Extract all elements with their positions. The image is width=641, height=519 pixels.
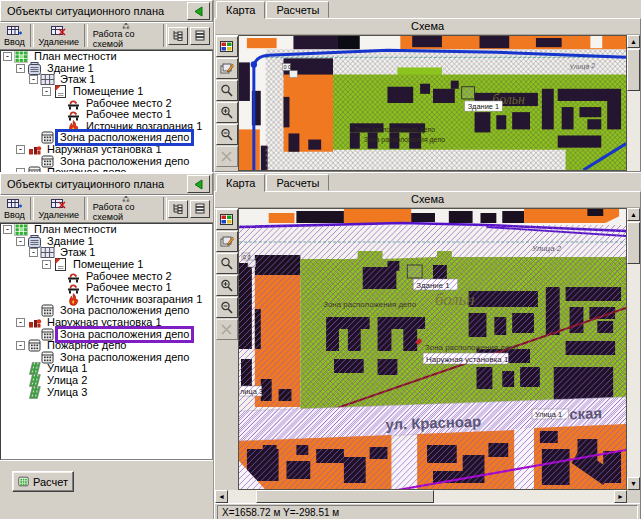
tree-view-button[interactable] xyxy=(168,200,188,218)
tab-calc[interactable]: Расчеты xyxy=(266,1,329,18)
tree-item-label: Источник возгарания 1 xyxy=(84,294,204,305)
tree-view-button[interactable] xyxy=(168,27,188,45)
zoom-out-button[interactable] xyxy=(216,297,238,318)
tree-item[interactable]: Зона расположения депо xyxy=(1,305,212,317)
green-arrow-left-icon xyxy=(192,6,205,17)
map-panel-bottom: Карта Расчеты Схема xyxy=(214,172,641,519)
tree-item[interactable]: -Здание 1 xyxy=(1,236,212,248)
expander-minus-icon[interactable]: - xyxy=(16,318,25,327)
list-view-button[interactable] xyxy=(190,200,210,218)
object-tree-top[interactable]: -План местности-Здание 1-Этаж 1-Помещени… xyxy=(0,50,213,175)
tree-item-label: Здание 1 xyxy=(45,63,96,74)
tree-item[interactable]: Зона расположения депо xyxy=(1,155,212,167)
tree-item-label: Рабочее место 1 xyxy=(84,109,174,120)
tree-item[interactable]: Зона расположения депо xyxy=(1,352,212,364)
tree-item[interactable]: -Здание 1 xyxy=(1,63,212,75)
tree-item[interactable]: -Пожарное депо xyxy=(1,340,212,352)
tree-item[interactable]: Улица 1 xyxy=(1,363,212,375)
tree-item[interactable]: Источник возгарания 1 xyxy=(1,121,212,133)
scroll-right-icon[interactable]: ► xyxy=(614,490,627,503)
edit-layers-icon xyxy=(220,235,234,248)
tree-item-label: Наружная установка 1 xyxy=(45,317,164,328)
expander-minus-icon[interactable]: - xyxy=(42,87,51,96)
zoom-select-button[interactable] xyxy=(216,80,238,101)
edit-map-button[interactable] xyxy=(216,58,238,79)
street-icon xyxy=(27,386,42,399)
tree-item[interactable]: -Помещение 1 xyxy=(1,259,212,271)
zoom-in-button[interactable] xyxy=(216,102,238,123)
calc-button[interactable]: Расчет xyxy=(12,471,74,492)
tree-item[interactable]: -План местности xyxy=(1,51,212,63)
zoom-out-icon xyxy=(220,301,233,314)
tree-item[interactable]: Улица 2 xyxy=(1,375,212,387)
scheme-work-button[interactable]: Работа со схемой xyxy=(89,22,162,49)
collapse-panel-button[interactable] xyxy=(187,175,210,193)
tree-item[interactable]: Улица 3 xyxy=(1,386,212,398)
tree-item[interactable]: -План местности xyxy=(1,224,212,236)
tree-item[interactable]: Рабочее место 2 xyxy=(1,270,212,282)
tree-item[interactable]: Рабочее место 2 xyxy=(1,97,212,109)
tree-item[interactable]: -Наружная установка 1 xyxy=(1,144,212,156)
scroll-thumb[interactable] xyxy=(627,222,640,264)
tree-item-label: Зона расположения депо xyxy=(58,329,191,340)
input-button[interactable]: Ввод xyxy=(0,22,29,49)
scroll-down-icon[interactable]: ▼ xyxy=(627,477,640,490)
tree-item[interactable]: Рабочее место 1 xyxy=(1,282,212,294)
expander-minus-icon[interactable]: - xyxy=(29,75,38,84)
scroll-thumb[interactable] xyxy=(627,49,640,91)
tab-map[interactable]: Карта xyxy=(216,174,265,192)
tree-item-label: План местности xyxy=(32,224,119,235)
tab-calc[interactable]: Расчеты xyxy=(266,174,329,191)
expander-minus-icon[interactable]: - xyxy=(16,145,25,154)
situational-map: 0 0 Улица 2 больн Здание 1 Зона располож… xyxy=(239,36,626,170)
tree-item-label: Улица 3 xyxy=(45,387,89,398)
zoom-in-button[interactable] xyxy=(216,275,238,296)
scroll-thumb[interactable] xyxy=(256,490,434,503)
zoom-out-button[interactable] xyxy=(216,124,238,145)
tree-item[interactable]: -Наружная установка 1 xyxy=(1,317,212,329)
legend-button[interactable] xyxy=(216,36,238,57)
tab-bar: Карта Расчеты xyxy=(214,173,641,191)
expander-minus-icon[interactable]: - xyxy=(16,237,25,246)
toolbar-separator xyxy=(163,24,167,47)
expander-minus-icon[interactable]: - xyxy=(42,260,51,269)
tab-map[interactable]: Карта xyxy=(216,1,265,19)
vertical-scrollbar[interactable]: ▲ xyxy=(627,35,640,171)
zoom-select-button[interactable] xyxy=(216,253,238,274)
tree-item-label: План местности xyxy=(32,51,119,62)
edit-map-button[interactable] xyxy=(216,231,238,252)
remove-button[interactable]: Удаление xyxy=(35,195,84,222)
expander-minus-icon[interactable]: - xyxy=(3,52,12,61)
horizontal-scrollbar[interactable]: ◄ ► xyxy=(215,490,640,503)
tree-item[interactable]: -Этаж 1 xyxy=(1,74,212,86)
scroll-up-icon[interactable]: ▲ xyxy=(627,35,640,48)
expander-minus-icon[interactable]: - xyxy=(29,248,38,257)
tree-item[interactable]: -Этаж 1 xyxy=(1,247,212,259)
expander-minus-icon[interactable]: - xyxy=(16,341,25,350)
tree-item-label: Наружная установка 1 xyxy=(45,144,164,155)
scroll-track[interactable] xyxy=(228,490,614,503)
map-canvas-top[interactable]: 0 0 Улица 2 больн Здание 1 Зона располож… xyxy=(238,35,627,171)
coordinates-readout: X=1658.72 м Y=-298.51 м xyxy=(217,505,638,519)
collapse-panel-button[interactable] xyxy=(187,2,210,20)
tree-item-label: Пожарное депо xyxy=(45,340,128,351)
object-tree-bottom[interactable]: -План местности-Здание 1-Этаж 1-Помещени… xyxy=(0,223,213,460)
expander-minus-icon[interactable]: - xyxy=(16,64,25,73)
tree-item[interactable]: Зона расположения депо xyxy=(1,132,212,144)
vertical-scrollbar[interactable]: ▲ ▼ xyxy=(627,208,640,490)
scheme-work-button[interactable]: Работа со схемой xyxy=(89,195,162,222)
scroll-up-icon[interactable]: ▲ xyxy=(627,208,640,221)
tree-item[interactable]: Рабочее место 1 xyxy=(1,109,212,121)
legend-button[interactable] xyxy=(216,209,238,230)
remove-button[interactable]: Удаление xyxy=(35,22,84,49)
expander-minus-icon[interactable]: - xyxy=(3,225,12,234)
tree-item[interactable]: Зона расположения депо xyxy=(1,328,212,340)
tree-item[interactable]: Источник возгарания 1 xyxy=(1,294,212,306)
list-view-button[interactable] xyxy=(190,27,210,45)
map-canvas-bottom[interactable]: 0 0 Улица 2 больн Здание 1 Зона располож… xyxy=(238,208,627,490)
tab-bar: Карта Расчеты xyxy=(214,0,641,18)
toolbar-separator xyxy=(30,24,34,47)
scroll-left-icon[interactable]: ◄ xyxy=(215,490,228,503)
tree-item[interactable]: -Помещение 1 xyxy=(1,86,212,98)
input-button[interactable]: Ввод xyxy=(0,195,29,222)
